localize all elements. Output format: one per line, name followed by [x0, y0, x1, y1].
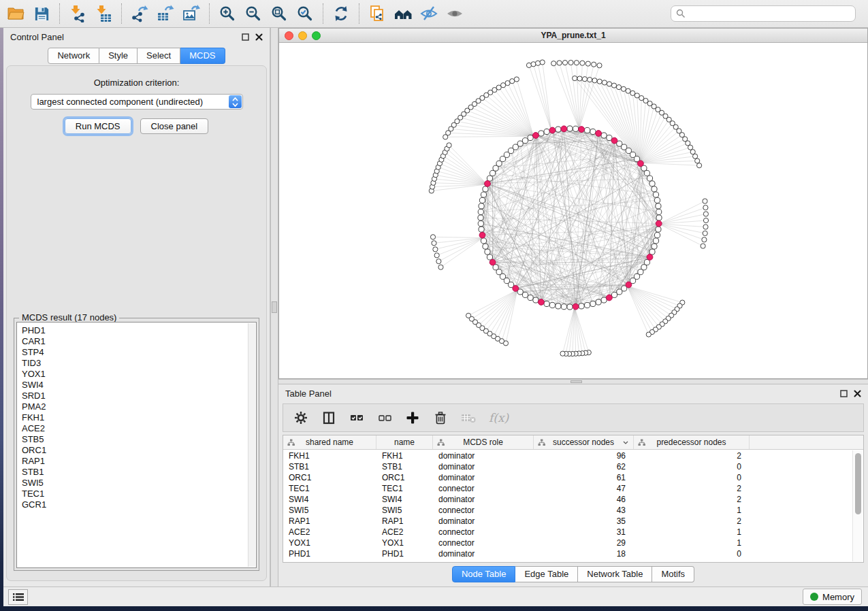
show-panels-button[interactable]: [8, 589, 28, 605]
graph-node[interactable]: [544, 301, 549, 306]
cell-shared-name[interactable]: SWI5: [283, 506, 376, 515]
cell-MCDS-role[interactable]: dominator: [433, 462, 534, 472]
graph-node[interactable]: [556, 127, 561, 132]
graph-node[interactable]: [701, 244, 705, 248]
mcds-result-item[interactable]: SWI4: [22, 380, 256, 391]
cell-name[interactable]: SWI4: [376, 495, 433, 504]
graph-node[interactable]: [616, 85, 621, 90]
table-row-FKH1[interactable]: FKH1FKH1dominator962: [283, 450, 852, 461]
tab-edge-table[interactable]: Edge Table: [515, 566, 578, 582]
graph-node[interactable]: [479, 203, 484, 209]
zoom-out-button[interactable]: [240, 1, 266, 26]
column-header-name[interactable]: name: [376, 435, 433, 449]
graph-node[interactable]: [433, 247, 438, 252]
graph-node[interactable]: [514, 77, 519, 82]
cell-successor-nodes[interactable]: 96: [534, 451, 634, 461]
graph-node[interactable]: [436, 259, 441, 264]
tab-node-table[interactable]: Node Table: [452, 566, 516, 582]
table-scrollbar[interactable]: [852, 450, 863, 561]
graph-node[interactable]: [646, 332, 651, 337]
graph-node[interactable]: [703, 218, 708, 222]
cell-shared-name[interactable]: PHD1: [283, 549, 376, 559]
column-manager-button[interactable]: [321, 410, 336, 425]
mcds-result-item[interactable]: PHD1: [22, 325, 256, 336]
graph-node[interactable]: [592, 78, 597, 83]
cell-shared-name[interactable]: ORC1: [283, 473, 376, 482]
graph-node[interactable]: [656, 203, 661, 209]
graph-node-dominator[interactable]: [647, 254, 653, 261]
cell-predecessor-nodes[interactable]: 0: [634, 473, 750, 482]
graph-node[interactable]: [592, 62, 596, 67]
horizontal-splitter-handle[interactable]: [570, 380, 582, 383]
cell-successor-nodes[interactable]: 62: [534, 462, 634, 472]
graph-node[interactable]: [540, 60, 545, 65]
import-table-button[interactable]: [91, 1, 116, 26]
cell-shared-name[interactable]: TEC1: [283, 484, 376, 493]
export-image-button[interactable]: [178, 1, 204, 26]
table-row-ACE2[interactable]: ACE2ACE2connector311: [283, 527, 852, 538]
graph-node[interactable]: [430, 235, 435, 240]
mcds-result-item[interactable]: STB5: [22, 434, 256, 445]
close-panel-icon[interactable]: [854, 390, 861, 397]
graph-node[interactable]: [621, 86, 626, 91]
vertical-splitter-handle[interactable]: [272, 301, 277, 313]
graph-node[interactable]: [626, 88, 630, 93]
run-mcds-button[interactable]: Run MCDS: [65, 118, 131, 134]
graph-node[interactable]: [652, 186, 657, 192]
cell-predecessor-nodes[interactable]: 2: [634, 484, 750, 493]
zoom-in-button[interactable]: [214, 1, 240, 26]
graph-node[interactable]: [601, 133, 607, 138]
graph-node[interactable]: [703, 225, 708, 229]
graph-node[interactable]: [466, 313, 471, 318]
first-neighbors-button[interactable]: [390, 1, 416, 26]
graph-node[interactable]: [539, 131, 544, 136]
graph-node[interactable]: [434, 253, 439, 258]
graph-node[interactable]: [438, 265, 443, 269]
cell-name[interactable]: FKH1: [376, 451, 433, 461]
mcds-result-item[interactable]: TEC1: [22, 489, 256, 499]
mcds-result-item[interactable]: GCR1: [22, 499, 256, 510]
mcds-result-item[interactable]: PMA2: [22, 401, 256, 412]
graph-node[interactable]: [702, 237, 707, 242]
graph-node[interactable]: [479, 227, 484, 232]
network-canvas[interactable]: [279, 43, 867, 378]
graph-node[interactable]: [562, 61, 567, 65]
cell-predecessor-nodes[interactable]: 1: [634, 506, 750, 515]
network-window-titlebar[interactable]: YPA_prune.txt_1: [279, 29, 867, 43]
graph-node[interactable]: [590, 129, 596, 134]
graph-node[interactable]: [510, 79, 515, 84]
graph-node[interactable]: [478, 221, 483, 227]
cell-name[interactable]: YOX1: [376, 538, 433, 548]
mcds-result-item[interactable]: SRD1: [22, 391, 256, 401]
graph-node-dominator[interactable]: [638, 161, 644, 167]
cell-shared-name[interactable]: STB1: [283, 462, 376, 472]
graph-node[interactable]: [688, 145, 693, 150]
table-settings-button[interactable]: [293, 410, 308, 425]
horizontal-splitter[interactable]: [278, 379, 868, 384]
cell-successor-nodes[interactable]: 43: [534, 506, 634, 515]
graph-node[interactable]: [703, 231, 707, 235]
graph-node[interactable]: [597, 79, 602, 84]
vertical-splitter[interactable]: [270, 28, 278, 587]
graph-node[interactable]: [478, 215, 483, 220]
graph-node-dominator[interactable]: [479, 232, 485, 238]
tab-network[interactable]: Network: [48, 48, 99, 64]
graph-node[interactable]: [579, 303, 584, 309]
graph-node[interactable]: [574, 61, 579, 65]
graph-node[interactable]: [573, 126, 579, 131]
cell-predecessor-nodes[interactable]: 2: [634, 451, 750, 461]
graph-node[interactable]: [551, 61, 556, 66]
graph-node[interactable]: [487, 176, 492, 181]
mcds-result-item[interactable]: STB1: [22, 467, 256, 478]
graph-node[interactable]: [490, 170, 496, 176]
graph-node[interactable]: [653, 238, 658, 244]
cell-MCDS-role[interactable]: connector: [433, 506, 534, 515]
cell-name[interactable]: ORC1: [376, 473, 433, 482]
mcds-result-item[interactable]: STP4: [22, 347, 256, 358]
table-row-SWI5[interactable]: SWI5SWI5connector431: [283, 505, 852, 516]
show-all-button[interactable]: [442, 1, 468, 26]
hide-selected-button[interactable]: [416, 1, 442, 26]
refresh-view-button[interactable]: [328, 1, 354, 26]
cell-successor-nodes[interactable]: 29: [534, 538, 634, 548]
mcds-result-item[interactable]: FKH1: [22, 412, 256, 423]
